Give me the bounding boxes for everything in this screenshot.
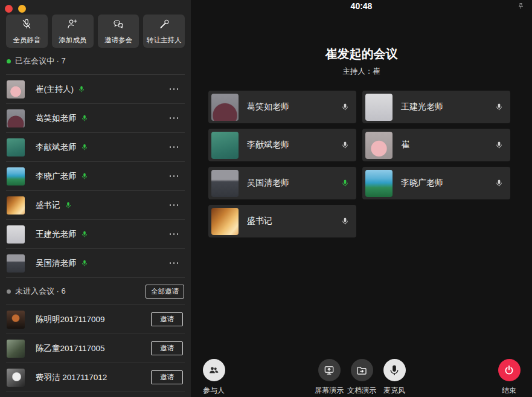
mic-icon xyxy=(495,178,503,188)
tile-name: 吴国清老师 xyxy=(247,178,289,189)
meeting-title: 崔发起的会议 xyxy=(191,46,532,62)
mic-icon xyxy=(495,102,503,112)
in-meeting-section-header: 已在会议中 · 7 xyxy=(6,48,185,75)
participant-list: 已在会议中 · 7 崔(主持人) 葛笑如老师 李献斌老师 xyxy=(6,48,185,392)
sidebar-toolbar: 全员静音 添加成员 邀请参会 转让主持人 xyxy=(0,0,191,48)
mic-on-icon xyxy=(81,172,88,181)
mic-button-group: 麦克风 xyxy=(376,359,412,396)
avatar xyxy=(365,170,393,197)
meeting-window: 全员静音 添加成员 邀请参会 转让主持人 xyxy=(0,0,532,397)
list-item[interactable]: 吴国清老师 xyxy=(6,249,185,278)
list-item[interactable]: 盛书记 xyxy=(6,191,185,220)
list-item[interactable]: 李献斌老师 xyxy=(6,133,185,162)
mic-on-icon xyxy=(81,114,88,123)
online-dot-icon xyxy=(7,59,11,63)
add-member-icon xyxy=(66,18,79,33)
participant-name: 李献斌老师 xyxy=(36,142,77,153)
mic-label: 麦克风 xyxy=(383,386,405,396)
end-meeting-button[interactable] xyxy=(498,359,521,381)
doc-share-button[interactable] xyxy=(351,359,373,381)
invite-all-button[interactable]: 全部邀请 xyxy=(146,285,184,299)
sidebar: 全员静音 添加成员 邀请参会 转让主持人 xyxy=(0,0,191,397)
list-item[interactable]: 王建光老师 xyxy=(6,220,185,249)
screen-share-button[interactable] xyxy=(318,359,341,381)
avatar xyxy=(365,132,393,159)
more-button[interactable] xyxy=(168,114,180,123)
participant-tile[interactable]: 盛书记 xyxy=(208,205,356,237)
participants-button[interactable] xyxy=(203,359,225,381)
avatar xyxy=(7,254,25,273)
mic-on-icon xyxy=(65,201,72,210)
end-meeting-label: 结束 xyxy=(502,386,516,396)
member-name: 费羽洁 2017117012 xyxy=(36,372,107,383)
tile-name: 葛笑如老师 xyxy=(247,102,289,112)
minimize-window-button[interactable] xyxy=(18,5,26,13)
avatar xyxy=(7,311,25,329)
participants-button-group: 参与人 xyxy=(196,359,232,396)
meeting-timer: 40:48 xyxy=(191,1,532,11)
meeting-host: 主持人：崔 xyxy=(191,66,532,77)
mic-icon xyxy=(388,364,400,376)
not-joined-section-header: 未进入会议 · 6 全部邀请 xyxy=(6,278,185,305)
list-item[interactable]: 费羽洁 2017117012 邀请 xyxy=(6,363,185,392)
list-item[interactable]: 陈明明2017117009 邀请 xyxy=(6,305,185,334)
tile-name: 王建光老师 xyxy=(401,102,443,112)
main-stage: 40:48 崔发起的会议 主持人：崔 葛笑如老师 王建光老师 李献斌老师 xyxy=(191,0,532,397)
more-button[interactable] xyxy=(168,201,180,210)
participant-name: 盛书记 xyxy=(36,200,60,211)
invite-meeting-button[interactable]: 邀请参会 xyxy=(98,15,139,48)
mic-button[interactable] xyxy=(383,359,406,381)
participant-tile[interactable]: 王建光老师 xyxy=(362,91,510,123)
list-item[interactable]: 陈乙童2017117005 邀请 xyxy=(6,334,185,363)
participant-tile[interactable]: 李献斌老师 xyxy=(208,129,356,161)
more-button[interactable] xyxy=(168,230,180,239)
participant-name: 吴国清老师 xyxy=(36,258,77,269)
mic-on-icon xyxy=(78,85,85,94)
tile-name: 盛书记 xyxy=(247,216,272,227)
screen-share-label: 屏幕演示 xyxy=(315,386,344,396)
list-item[interactable]: 葛笑如老师 xyxy=(6,104,185,133)
avatar xyxy=(211,208,239,235)
invite-button[interactable]: 邀请 xyxy=(151,312,183,326)
mute-all-button[interactable]: 全员静音 xyxy=(6,15,48,48)
doc-share-icon xyxy=(356,364,368,376)
list-item[interactable]: 李晓广老师 xyxy=(6,162,185,191)
avatar xyxy=(7,369,25,387)
participant-name: 崔(主持人) xyxy=(36,84,74,95)
participant-tile[interactable]: 葛笑如老师 xyxy=(208,91,356,123)
member-name: 陈乙童2017117005 xyxy=(36,343,105,354)
transfer-host-button[interactable]: 转让主持人 xyxy=(143,15,185,48)
more-button[interactable] xyxy=(168,259,180,268)
screen-share-button-group: 屏幕演示 xyxy=(311,359,347,396)
add-member-button[interactable]: 添加成员 xyxy=(52,15,94,48)
avatar xyxy=(7,225,25,244)
tile-name: 李晓广老师 xyxy=(401,178,443,189)
mic-active-icon xyxy=(341,178,349,188)
more-button[interactable] xyxy=(168,143,180,152)
participant-tile[interactable]: 李晓广老师 xyxy=(362,167,510,199)
screen-share-icon xyxy=(323,364,335,376)
mic-muted-icon xyxy=(21,18,33,33)
doc-share-button-group: 文档演示 xyxy=(344,359,380,396)
mic-icon xyxy=(341,102,349,112)
list-item[interactable]: 崔(主持人) xyxy=(6,75,185,104)
participant-tile[interactable]: 崔 xyxy=(362,129,510,161)
in-meeting-label: 已在会议中 · 7 xyxy=(15,56,66,66)
more-button[interactable] xyxy=(168,172,180,181)
close-window-button[interactable] xyxy=(5,5,13,13)
participant-name: 李晓广老师 xyxy=(36,171,77,182)
avatar xyxy=(7,138,25,157)
avatar xyxy=(7,167,25,186)
participants-label: 参与人 xyxy=(203,386,225,396)
pin-icon[interactable] xyxy=(516,2,525,11)
participant-name: 王建光老师 xyxy=(36,229,77,240)
participant-tile[interactable]: 吴国清老师 xyxy=(208,167,356,199)
invite-button[interactable]: 邀请 xyxy=(151,341,183,355)
add-member-label: 添加成员 xyxy=(59,36,86,45)
window-controls xyxy=(5,5,26,13)
participants-icon xyxy=(208,364,220,376)
tile-name: 崔 xyxy=(401,140,409,150)
more-button[interactable] xyxy=(168,85,180,94)
invite-button[interactable]: 邀请 xyxy=(151,370,183,384)
doc-share-label: 文档演示 xyxy=(347,386,376,396)
